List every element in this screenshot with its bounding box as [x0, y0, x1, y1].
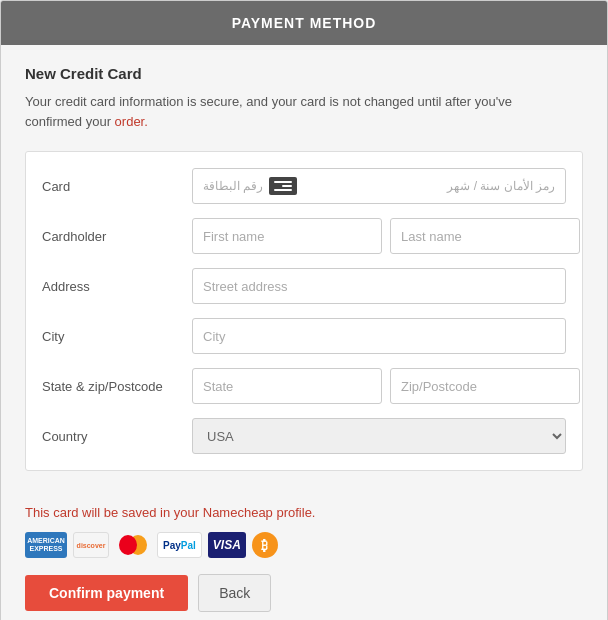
order-link[interactable]: order. — [115, 114, 148, 129]
card-chip-icon — [269, 177, 297, 195]
cardholder-label: Cardholder — [42, 229, 192, 244]
card-number-placeholder: رقم البطاقة — [203, 179, 263, 193]
state-zip-label: State & zip/Postcode — [42, 379, 192, 394]
card-security-placeholder: رمز الأمان سنة / شهر — [447, 179, 555, 193]
visa-icon: VISA — [208, 532, 246, 558]
form-section: Card رقم البطاقة — [25, 151, 583, 471]
address-fields — [192, 268, 566, 304]
section-title: New Credit Card — [25, 65, 583, 82]
payment-modal: PAYMENT METHOD New Credit Card Your cred… — [0, 0, 608, 620]
city-fields — [192, 318, 566, 354]
button-row: Confirm payment Back — [25, 574, 583, 612]
city-input[interactable] — [192, 318, 566, 354]
address-label: Address — [42, 279, 192, 294]
back-button[interactable]: Back — [198, 574, 271, 612]
discover-icon: discover — [73, 532, 109, 558]
info-text: Your credit card information is secure, … — [25, 92, 583, 131]
country-fields: USA — [192, 418, 566, 454]
card-number-field[interactable]: رقم البطاقة رمز الأمان سنة / شهر — [192, 168, 566, 204]
payment-icons-row: AMERICANEXPRESS discover PayPal VISA ₿ — [25, 532, 583, 558]
mastercard-icon — [115, 532, 151, 558]
address-row: Address — [42, 268, 566, 304]
card-label: Card — [42, 179, 192, 194]
zip-input[interactable] — [390, 368, 580, 404]
bitcoin-icon: ₿ — [252, 532, 278, 558]
country-label: Country — [42, 429, 192, 444]
modal-header: PAYMENT METHOD — [1, 1, 607, 45]
city-label: City — [42, 329, 192, 344]
country-select[interactable]: USA — [192, 418, 566, 454]
confirm-payment-button[interactable]: Confirm payment — [25, 575, 188, 611]
cardholder-fields — [192, 218, 580, 254]
state-zip-fields — [192, 368, 580, 404]
state-zip-row: State & zip/Postcode — [42, 368, 566, 404]
card-fields: رقم البطاقة رمز الأمان سنة / شهر — [192, 168, 566, 204]
first-name-input[interactable] — [192, 218, 382, 254]
paypal-icon: PayPal — [157, 532, 202, 558]
country-row: Country USA — [42, 418, 566, 454]
save-notice: This card will be saved in your Namechea… — [25, 505, 583, 520]
amex-icon: AMERICANEXPRESS — [25, 532, 67, 558]
modal-footer: This card will be saved in your Namechea… — [1, 491, 607, 620]
cardholder-row: Cardholder — [42, 218, 566, 254]
city-row: City — [42, 318, 566, 354]
card-row: Card رقم البطاقة — [42, 168, 566, 204]
street-input[interactable] — [192, 268, 566, 304]
state-input[interactable] — [192, 368, 382, 404]
modal-body: New Credit Card Your credit card informa… — [1, 45, 607, 491]
header-title: PAYMENT METHOD — [232, 15, 377, 31]
last-name-input[interactable] — [390, 218, 580, 254]
